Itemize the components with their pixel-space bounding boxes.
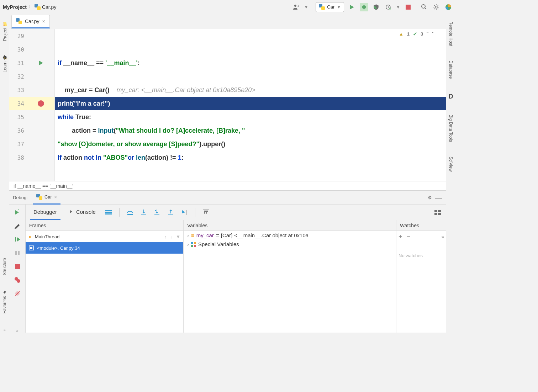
- remote-host-tool[interactable]: Remote Host: [448, 21, 453, 46]
- svg-rect-18: [154, 214, 159, 215]
- code-area[interactable]: ▲1 ✔3 ˆ ˇ if __name__ == '__main__': my_…: [55, 29, 446, 181]
- top-toolbar: MyProject 〉 Car.py ▼ Car ▼ ▼: [0, 0, 455, 14]
- favorites-tool[interactable]: Favorites★: [2, 290, 7, 313]
- stack-frame[interactable]: <module>, Car.py:34: [26, 242, 183, 254]
- step-out-button[interactable]: [167, 208, 175, 217]
- editor-tabs: Car.py ×: [9, 14, 446, 29]
- svg-point-5: [435, 6, 437, 8]
- breadcrumb-bar[interactable]: if __name__ == '__main__': [9, 181, 446, 190]
- sciview-tool[interactable]: SciView: [448, 157, 453, 171]
- stop-button[interactable]: [13, 262, 22, 271]
- watches-empty: No watches: [396, 242, 446, 269]
- python-icon: [36, 194, 42, 200]
- variables-header: Variables: [184, 220, 396, 231]
- run-button[interactable]: [348, 3, 356, 11]
- view-breakpoints-button[interactable]: [13, 276, 22, 284]
- svg-rect-26: [206, 213, 207, 214]
- python-icon: [319, 4, 325, 10]
- breadcrumb[interactable]: MyProject 〉 Car.py: [3, 4, 56, 10]
- right-tool-window-bar: Remote Host Database D Big Data Tools Sc…: [446, 14, 455, 333]
- close-icon[interactable]: ×: [54, 194, 57, 200]
- debug-header: Debug: Car × ⚙ —: [9, 190, 446, 205]
- profile-button[interactable]: [384, 3, 392, 11]
- chevron-up-icon[interactable]: ˆ: [427, 31, 428, 37]
- close-icon[interactable]: ×: [42, 18, 45, 24]
- svg-rect-30: [438, 213, 441, 215]
- debug-side-toolbar: »: [9, 205, 26, 333]
- mute-breakpoints-button[interactable]: [13, 289, 22, 298]
- chevron-down-icon[interactable]: ▼: [304, 5, 308, 10]
- debug-session-tab[interactable]: Car ×: [33, 190, 60, 205]
- svg-rect-32: [30, 247, 32, 249]
- left-tool-window-bar: Project📁 Learn🎓 Structure Favorites★ »: [0, 14, 9, 333]
- coverage-button[interactable]: [372, 3, 380, 11]
- warning-icon: ▲: [399, 31, 404, 37]
- prev-frame-icon[interactable]: ↑: [164, 234, 167, 239]
- chevron-down-icon[interactable]: ▼: [396, 5, 400, 10]
- chevron-down-icon: ▼: [337, 5, 341, 10]
- toolbar-right: ▼ Car ▼ ▼: [292, 2, 453, 12]
- chevron-down-icon[interactable]: ˇ: [432, 31, 433, 37]
- jetbrains-icon[interactable]: [444, 3, 453, 11]
- settings-icon[interactable]: ⚙: [426, 193, 434, 202]
- evaluate-expression-button[interactable]: [202, 208, 210, 217]
- debug-title: Debug:: [13, 195, 28, 200]
- inspection-widget[interactable]: ▲1 ✔3 ˆ ˇ: [399, 31, 433, 37]
- learn-tool[interactable]: Learn🎓: [2, 55, 7, 73]
- big-data-d-icon[interactable]: D: [449, 93, 453, 100]
- editor-gutter[interactable]: 29303132333435363738: [9, 29, 55, 181]
- watches-pane: Watches + − » No watches: [396, 220, 446, 333]
- breadcrumb-project[interactable]: MyProject: [3, 4, 27, 10]
- svg-rect-25: [204, 213, 205, 214]
- breadcrumb-file[interactable]: Car.py: [42, 4, 56, 10]
- debug-tool-window: Debug: Car × ⚙ —: [9, 190, 446, 333]
- svg-point-4: [422, 5, 425, 8]
- thread-selector[interactable]: ● MainThread ↑ ↓ ▼: [26, 231, 183, 242]
- modify-run-config-button[interactable]: [13, 222, 22, 230]
- next-frame-icon[interactable]: ↓: [170, 234, 173, 239]
- variable-row[interactable]: › ≡ my_car = {Car} <__main__.Car object …: [184, 231, 396, 240]
- breadcrumb-sep-icon: 〉: [28, 4, 33, 10]
- remove-watch-button[interactable]: −: [407, 233, 411, 240]
- rerun-button[interactable]: [13, 208, 22, 217]
- settings-icon[interactable]: [432, 3, 441, 11]
- svg-rect-35: [191, 245, 193, 247]
- stop-button[interactable]: [404, 3, 412, 11]
- layout-settings-button[interactable]: [433, 208, 442, 217]
- code-editor[interactable]: 29303132333435363738 ▲1 ✔3 ˆ ˇ if __name…: [9, 29, 446, 181]
- pause-button[interactable]: [13, 249, 22, 257]
- threads-icon[interactable]: [104, 208, 113, 217]
- search-icon[interactable]: [420, 3, 428, 11]
- debug-button[interactable]: [360, 3, 368, 11]
- more-icon[interactable]: »: [442, 234, 444, 239]
- svg-rect-20: [186, 210, 186, 215]
- add-user-icon[interactable]: [292, 3, 300, 11]
- variable-row[interactable]: › Special Variables: [184, 240, 396, 249]
- svg-rect-17: [141, 214, 146, 215]
- step-into-button[interactable]: [139, 208, 148, 217]
- python-file-icon: [16, 18, 22, 24]
- project-tool[interactable]: Project📁: [2, 21, 7, 41]
- svg-rect-3: [406, 5, 411, 10]
- svg-rect-8: [18, 251, 20, 255]
- svg-rect-22: [204, 211, 208, 212]
- hide-icon[interactable]: —: [434, 193, 443, 202]
- resume-button[interactable]: [13, 235, 22, 244]
- add-watch-button[interactable]: +: [399, 233, 402, 240]
- console-tab[interactable]: Console: [65, 205, 99, 219]
- file-tab[interactable]: Car.py ×: [11, 15, 50, 28]
- thread-dropdown-icon[interactable]: ▼: [176, 234, 180, 239]
- svg-rect-29: [434, 213, 437, 215]
- run-config-dropdown[interactable]: Car ▼: [316, 2, 344, 12]
- run-to-cursor-button[interactable]: [180, 208, 189, 217]
- step-into-my-code-button[interactable]: [153, 208, 162, 217]
- debugger-tab[interactable]: Debugger: [30, 205, 60, 220]
- database-tool[interactable]: Database: [448, 60, 453, 79]
- run-config-label: Car: [327, 4, 334, 10]
- check-icon: ✔: [413, 31, 417, 37]
- svg-rect-6: [15, 237, 16, 242]
- big-data-tools-tool[interactable]: Big Data Tools: [448, 115, 453, 142]
- step-over-button[interactable]: [126, 208, 134, 217]
- svg-rect-28: [438, 210, 441, 212]
- structure-tool[interactable]: Structure: [2, 258, 7, 275]
